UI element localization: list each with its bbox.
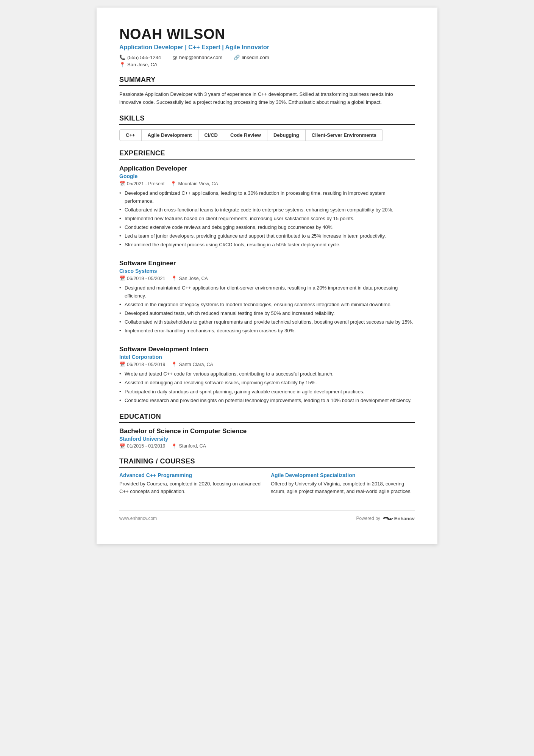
job-intel: Software Development Intern Intel Corpor… xyxy=(119,346,415,404)
powered-by-label: Powered by xyxy=(356,516,380,521)
job-dates-cisco: 📅 06/2019 - 05/2021 xyxy=(119,275,165,281)
education-title: EDUCATION xyxy=(119,413,415,423)
skills-list: C++ Agile Development CI/CD Code Review … xyxy=(119,129,383,141)
training-title: TRAINING / COURSES xyxy=(119,457,415,468)
location-contact: 📍 San Jose, CA xyxy=(119,62,158,67)
email-icon: @ xyxy=(172,55,177,60)
job-bullets-google: Developed and optimized C++ applications… xyxy=(119,189,415,249)
bullet-item: Participated in daily standups and sprin… xyxy=(119,388,415,396)
footer: www.enhancv.com Powered by Enhancv xyxy=(119,510,415,521)
bullet-item: Implemented error-handling mechanisms, d… xyxy=(119,327,415,335)
candidate-title: Application Developer | C++ Expert | Agi… xyxy=(119,44,415,51)
bullet-item: Wrote and tested C++ code for various ap… xyxy=(119,370,415,378)
bullet-item: Conducted research and provided insights… xyxy=(119,397,415,404)
location-icon: 📍 xyxy=(119,62,125,67)
experience-title: EXPERIENCE xyxy=(119,149,415,160)
bullet-item: Collaborated with stakeholders to gather… xyxy=(119,318,415,326)
job-location-google: 📍 Mountain View, CA xyxy=(170,181,218,186)
bullet-item: Led a team of junior developers, providi… xyxy=(119,232,415,240)
skill-cicd: CI/CD xyxy=(198,130,224,141)
job-dates-google: 📅 05/2021 - Present xyxy=(119,181,164,186)
summary-text: Passionate Application Developer with 3 … xyxy=(119,91,415,106)
calendar-icon-intel: 📅 xyxy=(119,362,125,367)
bullet-item: Designed and maintained C++ applications… xyxy=(119,284,415,299)
phone-contact: 📞 (555) 555-1234 xyxy=(119,55,161,60)
course-title-2: Agile Development Specialization xyxy=(271,472,415,478)
footer-powered-by: Powered by Enhancv xyxy=(356,515,415,521)
job-location-cisco: 📍 San Jose, CA xyxy=(171,275,208,281)
location-icon-google: 📍 xyxy=(170,181,176,186)
skills-section: SKILLS C++ Agile Development CI/CD Code … xyxy=(119,114,415,141)
edu-degree: Bachelor of Science in Computer Science xyxy=(119,427,415,435)
location-icon-intel: 📍 xyxy=(171,362,177,367)
link-icon: 🔗 xyxy=(234,55,240,60)
bullet-item: Streamlined the deployment process using… xyxy=(119,241,415,249)
resume-page: NOAH WILSON Application Developer | C++ … xyxy=(97,8,437,544)
footer-website: www.enhancv.com xyxy=(119,516,157,521)
job-cisco: Software Engineer Cisco Systems 📅 06/201… xyxy=(119,260,415,335)
experience-section: EXPERIENCE Application Developer Google … xyxy=(119,149,415,404)
bullet-item: Developed automated tests, which reduced… xyxy=(119,310,415,317)
job-meta-intel: 📅 06/2018 - 05/2019 📍 Santa Clara, CA xyxy=(119,362,415,367)
bullet-item: Assisted in the migration of legacy syst… xyxy=(119,301,415,308)
job-divider-1 xyxy=(119,254,415,254)
enhancv-brand-name: Enhancv xyxy=(394,516,415,521)
job-divider-2 xyxy=(119,340,415,340)
courses-grid: Advanced C++ Programming Provided by Cou… xyxy=(119,472,415,495)
skill-agile: Agile Development xyxy=(142,130,198,141)
course-2: Agile Development Specialization Offered… xyxy=(271,472,415,495)
edu-school: Stanford University xyxy=(119,436,415,442)
header: NOAH WILSON Application Developer | C++ … xyxy=(119,27,415,67)
bullet-item: Conducted extensive code reviews and deb… xyxy=(119,224,415,231)
enhancv-brand: Enhancv xyxy=(383,515,415,521)
skill-code-review: Code Review xyxy=(224,130,267,141)
bullet-item: Collaborated with cross-functional teams… xyxy=(119,206,415,214)
contact-row-2: 📍 San Jose, CA xyxy=(119,62,415,67)
job-bullets-intel: Wrote and tested C++ code for various ap… xyxy=(119,370,415,404)
summary-title: SUMMARY xyxy=(119,76,415,86)
training-section: TRAINING / COURSES Advanced C++ Programm… xyxy=(119,457,415,495)
skill-debugging: Debugging xyxy=(267,130,306,141)
phone-icon: 📞 xyxy=(119,55,125,60)
calendar-icon-edu: 📅 xyxy=(119,443,125,449)
contact-row-1: 📞 (555) 555-1234 @ help@enhancv.com 🔗 li… xyxy=(119,55,415,60)
location-icon-cisco: 📍 xyxy=(171,275,177,281)
company-intel: Intel Corporation xyxy=(119,354,415,360)
linkedin-url: linkedin.com xyxy=(242,55,269,60)
edu-location: 📍 Stanford, CA xyxy=(171,443,206,449)
email-address: help@enhancv.com xyxy=(179,55,222,60)
bullet-item: Implemented new features based on client… xyxy=(119,215,415,222)
location-icon-edu: 📍 xyxy=(171,443,177,449)
course-desc-1: Provided by Coursera, completed in 2020,… xyxy=(119,480,263,495)
linkedin-contact[interactable]: 🔗 linkedin.com xyxy=(234,55,269,60)
enhancv-icon xyxy=(383,515,393,521)
job-meta-cisco: 📅 06/2019 - 05/2021 📍 San Jose, CA xyxy=(119,275,415,281)
summary-section: SUMMARY Passionate Application Developer… xyxy=(119,76,415,106)
candidate-name: NOAH WILSON xyxy=(119,27,415,42)
job-dates-intel: 📅 06/2018 - 05/2019 xyxy=(119,362,165,367)
education-section: EDUCATION Bachelor of Science in Compute… xyxy=(119,413,415,449)
job-bullets-cisco: Designed and maintained C++ applications… xyxy=(119,284,415,335)
skill-cpp: C++ xyxy=(120,130,142,141)
skill-client-server: Client-Server Environments xyxy=(306,130,383,141)
phone-number: (555) 555-1234 xyxy=(127,55,161,60)
course-desc-2: Offered by University of Virginia, compl… xyxy=(271,480,415,495)
job-title-google: Application Developer xyxy=(119,165,415,172)
location-text: San Jose, CA xyxy=(127,62,158,67)
edu-dates: 📅 01/2015 - 01/2019 xyxy=(119,443,165,449)
edu-meta: 📅 01/2015 - 01/2019 📍 Stanford, CA xyxy=(119,443,415,449)
course-1: Advanced C++ Programming Provided by Cou… xyxy=(119,472,263,495)
email-contact: @ help@enhancv.com xyxy=(172,55,222,60)
job-google: Application Developer Google 📅 05/2021 -… xyxy=(119,165,415,249)
company-cisco: Cisco Systems xyxy=(119,268,415,274)
company-google: Google xyxy=(119,173,415,179)
skills-title: SKILLS xyxy=(119,114,415,125)
bullet-item: Developed and optimized C++ applications… xyxy=(119,189,415,205)
job-title-cisco: Software Engineer xyxy=(119,260,415,267)
bullet-item: Assisted in debugging and resolving soft… xyxy=(119,379,415,387)
job-meta-google: 📅 05/2021 - Present 📍 Mountain View, CA xyxy=(119,181,415,186)
calendar-icon-google: 📅 xyxy=(119,181,125,186)
calendar-icon-cisco: 📅 xyxy=(119,275,125,281)
job-location-intel: 📍 Santa Clara, CA xyxy=(171,362,213,367)
job-title-intel: Software Development Intern xyxy=(119,346,415,353)
